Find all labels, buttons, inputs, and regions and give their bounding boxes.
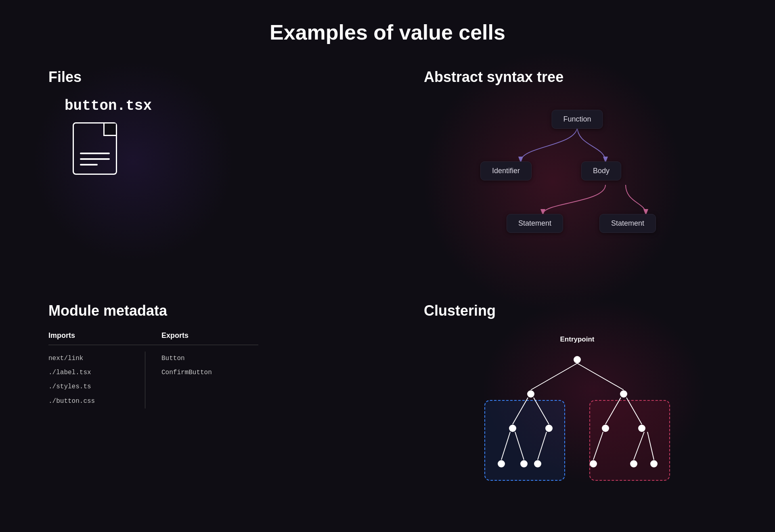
ast-node-identifier: Identifier: [480, 161, 532, 180]
svg-point-11: [498, 460, 505, 467]
svg-point-3: [527, 390, 534, 398]
import-4: ./button.css: [48, 394, 137, 408]
svg-line-10: [538, 432, 547, 460]
svg-line-5: [534, 398, 549, 424]
file-icon-lines: [80, 153, 110, 165]
svg-line-19: [593, 432, 603, 460]
svg-point-13: [534, 460, 541, 467]
import-3: ./styles.ts: [48, 380, 137, 394]
svg-line-2: [577, 363, 624, 390]
import-2: ./label.tsx: [48, 366, 137, 380]
svg-line-21: [647, 432, 654, 460]
svg-point-6: [509, 425, 516, 432]
svg-point-22: [590, 460, 597, 467]
svg-point-18: [638, 425, 645, 432]
export-1: Button: [161, 352, 258, 366]
ast-node-function: Function: [551, 110, 603, 129]
svg-line-20: [634, 432, 644, 460]
file-name: button.tsx: [65, 98, 152, 114]
ast-tree: Function Identifier Body Statement State…: [472, 102, 682, 255]
files-section: Files button.tsx: [0, 61, 388, 294]
ast-section: Abstract syntax tree: [388, 61, 775, 294]
main-grid: Files button.tsx Abstract syntax tree: [0, 61, 775, 528]
ast-section-title: Abstract syntax tree: [424, 69, 563, 86]
svg-line-16: [626, 398, 642, 424]
export-2: ConfirmButton: [161, 366, 258, 380]
page-title: Examples of value cells: [0, 0, 775, 61]
ast-node-statement-2: Statement: [599, 214, 656, 233]
module-section: Module metadata Imports Exports next/lin…: [0, 294, 388, 528]
exports-header: Exports: [145, 331, 258, 340]
module-section-title: Module metadata: [48, 302, 355, 319]
file-icon-container: [73, 122, 117, 175]
svg-point-14: [620, 390, 627, 398]
files-section-title: Files: [48, 69, 82, 86]
exports-column: Button ConfirmButton: [145, 352, 258, 408]
ast-node-body: Body: [581, 161, 621, 180]
table-body: next/link ./label.tsx ./styles.ts ./butt…: [48, 352, 258, 408]
file-line-2: [80, 158, 110, 160]
svg-line-8: [501, 432, 510, 460]
file-line-1: [80, 153, 110, 154]
import-1: next/link: [48, 352, 137, 366]
imports-column: next/link ./label.tsx ./styles.ts ./butt…: [48, 352, 145, 408]
svg-line-15: [605, 398, 621, 424]
svg-line-9: [515, 432, 524, 460]
svg-point-0: [574, 356, 581, 363]
svg-point-7: [545, 425, 553, 432]
clustering-section: Clustering Entrypoint: [388, 294, 775, 528]
ast-node-statement-1: Statement: [507, 214, 563, 233]
imports-header: Imports: [48, 331, 145, 340]
table-header: Imports Exports: [48, 331, 258, 345]
clustering-section-title: Clustering: [424, 302, 496, 319]
cluster-svg: [468, 335, 686, 489]
file-icon: [73, 122, 117, 175]
file-line-3: [80, 164, 98, 165]
module-table: Imports Exports next/link ./label.tsx ./…: [48, 331, 258, 408]
svg-line-4: [513, 398, 528, 424]
svg-point-17: [602, 425, 609, 432]
svg-point-24: [650, 460, 658, 467]
svg-point-23: [630, 460, 637, 467]
svg-point-12: [520, 460, 528, 467]
svg-line-1: [531, 363, 577, 390]
clustering-diagram: Entrypoint: [468, 335, 686, 489]
